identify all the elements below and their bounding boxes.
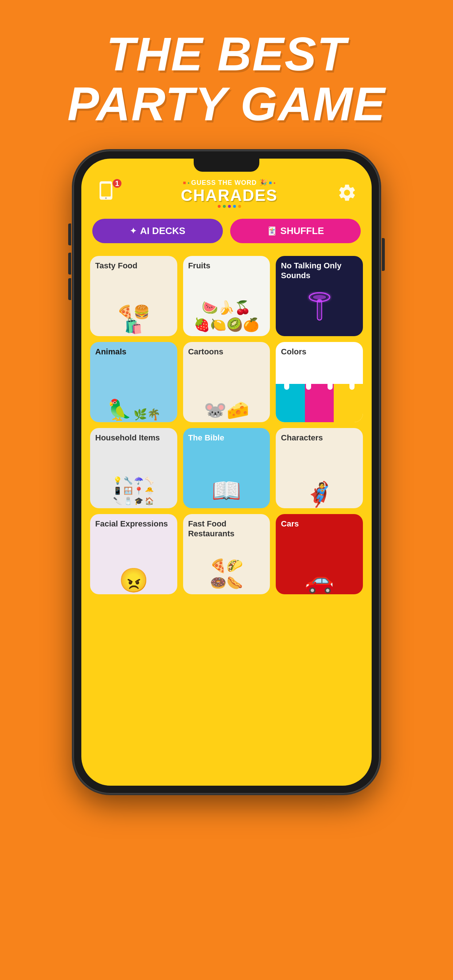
dot xyxy=(218,205,221,208)
household-icon: 💡 xyxy=(113,476,122,485)
dot xyxy=(233,205,236,208)
drip xyxy=(349,380,354,390)
card-fastfood-title: Fast Food Restaurants xyxy=(183,514,270,541)
card-bible[interactable]: The Bible 📖 xyxy=(183,428,270,508)
card-characters-title: Characters xyxy=(276,428,363,445)
card-household[interactable]: Household Items 💡 🔧 ☂️ 🦴 📱 🪟 📍 🐣 🔪 xyxy=(90,428,177,508)
household-icon: 🔧 xyxy=(124,476,133,485)
card-animals-image: 🦜🌿🌴 xyxy=(90,359,177,423)
phone-notification-icon[interactable]: 1 xyxy=(96,180,121,206)
card-tasty-food-image: 🍕🍔 🛍️ xyxy=(90,273,177,337)
shuffle-icon: 🃏 xyxy=(267,226,277,236)
card-fruits-title: Fruits xyxy=(183,256,270,273)
card-fruits-image: 🍉🍌🍒🍓🍋🥝🍊 xyxy=(183,273,270,337)
hero-title: THE BEST PARTY GAME xyxy=(67,0,386,151)
household-icon: 🦴 xyxy=(145,476,154,485)
app-subtitle: Guess the Word 🎉 xyxy=(191,179,267,187)
app-title-text: CHARADES xyxy=(181,186,278,204)
card-characters[interactable]: Characters 🦸 xyxy=(276,428,363,508)
action-buttons: ✦ AI DECKS 🃏 SHUFFLE xyxy=(81,215,372,252)
hero-line2: PARTY GAME xyxy=(67,79,386,129)
neon-hand-svg xyxy=(301,286,338,334)
shuffle-button[interactable]: 🃏 SHUFFLE xyxy=(230,219,361,243)
phone-notch xyxy=(194,159,259,172)
phone-screen: 1 ■ ● Guess the Word 🎉 ■ ● xyxy=(81,159,372,786)
svg-point-2 xyxy=(105,197,107,199)
notification-badge: 1 xyxy=(112,178,122,188)
card-tasty-food[interactable]: Tasty Food 🍕🍔 🛍️ xyxy=(90,256,177,336)
sparkle-icon: ✦ xyxy=(130,226,136,236)
household-icons-grid: 💡 🔧 ☂️ 🦴 📱 🪟 📍 🐣 🔪 🧂 🎓 🏠 xyxy=(110,475,157,508)
svg-point-7 xyxy=(317,299,322,302)
household-icon: 🪟 xyxy=(124,486,133,495)
phone-shell: 1 ■ ● Guess the Word 🎉 ■ ● xyxy=(73,151,380,794)
card-cars[interactable]: Cars 🚗 xyxy=(276,514,363,594)
card-household-image: 💡 🔧 ☂️ 🦴 📱 🪟 📍 🐣 🔪 🧂 🎓 🏠 xyxy=(90,445,177,509)
card-no-talking-image xyxy=(276,283,363,336)
card-animals[interactable]: Animals 🦜🌿🌴 xyxy=(90,342,177,422)
household-icon: 🏠 xyxy=(145,496,154,505)
drip xyxy=(284,380,289,390)
card-tasty-food-title: Tasty Food xyxy=(90,256,177,273)
drip xyxy=(306,380,311,390)
card-no-talking-title: No Talking Only Sounds xyxy=(276,256,363,283)
dot xyxy=(238,205,241,208)
app-title-block: ■ ● Guess the Word 🎉 ■ ● CHARADES xyxy=(121,179,337,208)
household-icon: 🎓 xyxy=(134,496,144,505)
svg-point-4 xyxy=(313,295,326,299)
bible-emoji-icon: 📖 xyxy=(212,477,241,508)
dots-row xyxy=(121,205,337,208)
ai-decks-label: AI DECKS xyxy=(140,225,185,237)
svg-rect-6 xyxy=(317,300,322,320)
app-main-title: CHARADES xyxy=(121,187,337,204)
card-characters-image: 🦸 xyxy=(276,445,363,509)
card-household-title: Household Items xyxy=(90,428,177,445)
card-facial[interactable]: Facial Expressions 😠 xyxy=(90,514,177,594)
card-bible-image: 📖 xyxy=(183,445,270,509)
household-icon: 🔪 xyxy=(113,496,122,505)
household-icon: ☂️ xyxy=(134,476,144,485)
card-cartoons-image: 🐭🧀 xyxy=(183,359,270,423)
card-bible-title: The Bible xyxy=(183,428,270,445)
phone-wrapper: 1 ■ ● Guess the Word 🎉 ■ ● xyxy=(70,151,383,794)
household-icon: 🧂 xyxy=(124,496,133,505)
household-icon: 📍 xyxy=(134,486,144,495)
card-colors-image xyxy=(276,359,363,423)
card-cartoons-title: Cartoons xyxy=(183,342,270,359)
card-colors[interactable]: Colors xyxy=(276,342,363,422)
card-colors-title: Colors xyxy=(276,342,363,359)
settings-icon[interactable] xyxy=(337,183,357,204)
card-fastfood-image: 🍕🌮🍩🌭 xyxy=(183,541,270,594)
card-fruits[interactable]: Fruits 🍉🍌🍒🍓🍋🥝🍊 xyxy=(183,256,270,336)
dot xyxy=(228,205,231,208)
dot xyxy=(223,205,226,208)
shuffle-label: SHUFFLE xyxy=(281,225,324,237)
household-icon: 🐣 xyxy=(145,486,154,495)
card-cartoons[interactable]: Cartoons 🐭🧀 xyxy=(183,342,270,422)
card-cars-title: Cars xyxy=(276,514,363,531)
drip xyxy=(327,380,333,390)
card-animals-title: Animals xyxy=(90,342,177,359)
svg-rect-1 xyxy=(101,184,110,197)
card-grid: Tasty Food 🍕🍔 🛍️ Fruits 🍉🍌🍒🍓🍋🥝🍊 xyxy=(81,252,372,605)
card-fastfood[interactable]: Fast Food Restaurants 🍕🌮🍩🌭 xyxy=(183,514,270,594)
card-no-talking[interactable]: No Talking Only Sounds xyxy=(276,256,363,336)
card-facial-title: Facial Expressions xyxy=(90,514,177,531)
ai-decks-button[interactable]: ✦ AI DECKS xyxy=(92,219,223,243)
card-facial-image: 😠 xyxy=(90,531,177,595)
household-icon: 📱 xyxy=(113,486,122,495)
hero-line1: THE BEST xyxy=(67,29,386,79)
header-confetti: ■ ● Guess the Word 🎉 ■ ● xyxy=(121,179,337,187)
drip-container xyxy=(276,380,363,390)
app-subtitle-text: Guess the Word 🎉 xyxy=(191,179,267,186)
card-cars-image: 🚗 xyxy=(276,531,363,595)
